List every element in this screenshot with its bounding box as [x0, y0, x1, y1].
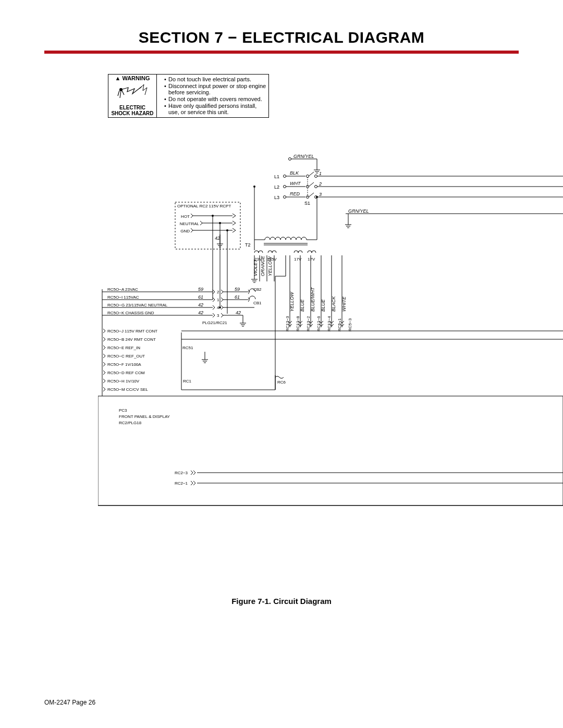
svg-text:17V: 17V — [294, 257, 302, 262]
svg-point-17 — [284, 186, 286, 188]
svg-point-25 — [284, 196, 286, 199]
warning-box: ▲ WARNING ELECTRICSHOCK HAZARD Do not to… — [108, 74, 269, 118]
svg-text:1: 1 — [217, 298, 219, 302]
svg-text:2: 2 — [319, 181, 322, 187]
svg-text:17V: 17V — [308, 257, 315, 262]
svg-text:L3: L3 — [274, 195, 279, 200]
svg-text:NEUTRAL: NEUTRAL — [180, 221, 200, 226]
section-title: SECTION 7 − ELECTRICAL DIAGRAM — [0, 0, 563, 46]
svg-text:L2: L2 — [274, 184, 279, 190]
svg-text:YELLOW: YELLOW — [289, 291, 295, 312]
circuit-diagram: GRN/YEL L1 BLK 1 L2 WHT 2 L3 RED 3 S1 — [98, 146, 563, 563]
svg-text:BLACK: BLACK — [331, 295, 336, 312]
svg-text:PC3: PC3 — [119, 408, 127, 413]
svg-text:61: 61 — [198, 294, 203, 300]
svg-text:RC5O−G 23/115VAC NEUTRAL: RC5O−G 23/115VAC NEUTRAL — [107, 303, 168, 307]
svg-text:42: 42 — [198, 302, 203, 307]
svg-text:RC5O−F 1V/100A: RC5O−F 1V/100A — [107, 362, 141, 367]
svg-text:3: 3 — [319, 192, 322, 197]
svg-text:42: 42 — [215, 236, 220, 241]
svg-text:HOT: HOT — [181, 214, 190, 219]
svg-text:L1: L1 — [274, 174, 279, 179]
svg-text:RC5O−E REF_IN: RC5O−E REF_IN — [107, 346, 140, 350]
warning-heading: ▲ WARNING — [108, 75, 156, 82]
svg-text:RC5O−B 24V RMT CONT: RC5O−B 24V RMT CONT — [107, 337, 156, 342]
svg-text:OPTIONAL RC2 115V RCPT: OPTIONAL RC2 115V RCPT — [177, 204, 231, 208]
svg-text:BLUE: BLUE — [300, 299, 305, 312]
svg-point-9 — [284, 175, 286, 178]
svg-rect-141 — [98, 396, 563, 505]
svg-text:59: 59 — [198, 287, 203, 292]
svg-text:RC12−2: RC12−2 — [306, 316, 311, 331]
svg-text:RC5O−A 23VAC: RC5O−A 23VAC — [107, 287, 138, 292]
svg-text:PLG21/RC21: PLG21/RC21 — [202, 320, 227, 325]
page-footer: OM-2247 Page 26 — [44, 699, 95, 706]
svg-text:RC2/PLG18: RC2/PLG18 — [119, 421, 142, 425]
svg-text:RC12−3: RC12−3 — [285, 316, 290, 331]
svg-point-59 — [253, 186, 255, 188]
svg-text:2: 2 — [217, 290, 219, 294]
svg-text:WHT: WHT — [290, 181, 301, 186]
svg-text:BLK: BLK — [290, 170, 299, 176]
svg-text:RC5−1: RC5−1 — [337, 318, 342, 331]
svg-point-92 — [219, 306, 221, 309]
svg-text:BLUE/WHT: BLUE/WHT — [310, 287, 315, 312]
svg-text:59: 59 — [235, 287, 240, 292]
svg-text:RC2−3: RC2−3 — [175, 471, 188, 475]
svg-point-5 — [289, 158, 291, 161]
svg-point-57 — [316, 196, 318, 198]
svg-text:RC5O−K CHASSIS GND: RC5O−K CHASSIS GND — [107, 311, 154, 315]
svg-text:RC6: RC6 — [277, 380, 286, 385]
shock-hazard-icon — [108, 82, 156, 105]
svg-text:YELLOW: YELLOW — [267, 256, 273, 276]
warning-bullets: Do not touch live electrical parts. Disc… — [157, 75, 268, 117]
svg-point-21 — [315, 186, 317, 188]
lbl-grnyel-top: GRN/YEL — [293, 154, 314, 159]
svg-text:RC5O−J 115V RMT CONT: RC5O−J 115V RMT CONT — [107, 329, 157, 334]
svg-text:RC5−3: RC5−3 — [348, 318, 352, 331]
svg-text:BLUE: BLUE — [321, 299, 326, 312]
svg-point-13 — [315, 175, 317, 178]
figure-caption: Figure 7-1. Circuit Diagram — [0, 597, 563, 606]
lbl-grnyel-right: GRN/YEL — [348, 208, 369, 214]
svg-text:VIOLET: VIOLET — [253, 258, 258, 276]
svg-text:RC5O−I 115VAC: RC5O−I 115VAC — [107, 295, 139, 300]
svg-text:RC12−8: RC12−8 — [296, 316, 300, 331]
svg-text:WHITE: WHITE — [341, 296, 347, 312]
svg-text:GND: GND — [180, 229, 190, 233]
svg-text:RC2−1: RC2−1 — [175, 481, 188, 486]
svg-text:RC5O−H 1V/10V: RC5O−H 1V/10V — [107, 379, 140, 384]
svg-text:RC12−4: RC12−4 — [327, 316, 332, 331]
svg-text:1: 1 — [319, 171, 322, 176]
svg-text:42: 42 — [198, 310, 203, 315]
svg-text:CB1: CB1 — [253, 301, 262, 305]
svg-text:3: 3 — [217, 313, 219, 318]
svg-text:T2: T2 — [245, 242, 251, 248]
svg-text:61: 61 — [235, 294, 240, 300]
svg-text:42: 42 — [236, 310, 241, 315]
svg-text:RED: RED — [290, 191, 300, 196]
svg-text:RC5O−M CC/CV SEL: RC5O−M CC/CV SEL — [107, 387, 149, 392]
svg-text:ORANGE: ORANGE — [260, 255, 265, 276]
svg-text:RC5O−D REF COM: RC5O−D REF COM — [107, 371, 145, 375]
svg-text:S1: S1 — [304, 201, 310, 206]
svg-text:RC1: RC1 — [183, 379, 192, 384]
red-divider — [44, 51, 519, 54]
svg-text:RC51: RC51 — [182, 346, 193, 350]
svg-text:FRONT PANEL & DISPLAY: FRONT PANEL & DISPLAY — [119, 414, 170, 419]
svg-point-12 — [307, 175, 309, 178]
svg-text:RC12−6: RC12−6 — [316, 316, 321, 331]
svg-text:RC5O−C REF_OUT: RC5O−C REF_OUT — [107, 354, 145, 359]
warning-sub: ELECTRICSHOCK HAZARD — [108, 105, 156, 117]
